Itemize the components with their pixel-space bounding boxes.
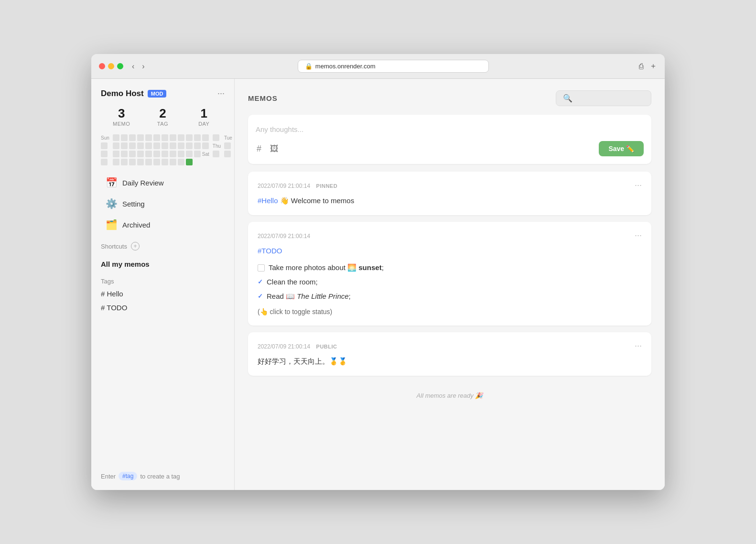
browser-window: ‹ › 🔒 memos.onrender.com ⎙ ＋ Demo Host M… [91, 54, 665, 490]
address-bar: 🔒 memos.onrender.com [153, 60, 633, 73]
cal-cell [186, 151, 193, 157]
cal-label-sat: Sat [202, 151, 211, 157]
memo-meta: 2022/07/09 21:00:14 PINNED ··· [258, 180, 642, 190]
tags-label: Tags [101, 278, 225, 285]
minimize-button[interactable] [108, 63, 114, 69]
tag-hint-suffix: to create a tag [140, 473, 180, 480]
stat-memo-label: MEMO [101, 121, 142, 127]
cal-cell [113, 159, 119, 165]
cal-cell [186, 142, 193, 149]
cal-cell [137, 142, 144, 149]
maximize-button[interactable] [117, 63, 123, 69]
shortcuts-header: Shortcuts + [101, 242, 225, 250]
memo-card-pinned: 2022/07/09 21:00:14 PINNED ··· #Hello 👋 … [248, 172, 651, 215]
memo-more-todo-button[interactable]: ··· [635, 230, 642, 240]
todo-text-1: Take more photos about 🌅 sunset; [269, 262, 384, 273]
cal-cell [145, 134, 152, 141]
save-button[interactable]: Save ✏️ [599, 141, 644, 156]
cal-cell [153, 151, 160, 157]
sidebar-item-archived[interactable]: 🗂️ Archived [101, 215, 225, 234]
checkmark-2: ✓ [258, 277, 263, 287]
cal-cell [170, 142, 176, 149]
memo-body-public: 好好学习，天天向上。🥇🥇 [258, 356, 642, 367]
cal-cell-active [186, 159, 193, 165]
cal-cell [162, 134, 168, 141]
cal-cell [194, 134, 201, 141]
compose-input[interactable]: Any thoughts... [256, 122, 644, 141]
hello-tag-link[interactable]: #Hello [258, 196, 278, 205]
cal-cell [162, 159, 168, 165]
add-shortcut-button[interactable]: + [131, 242, 140, 250]
todo-item-3[interactable]: ✓ Read 📖 The Little Prince; [258, 289, 642, 304]
sidebar-item-setting[interactable]: ⚙️ Setting [101, 194, 225, 213]
cal-cell [137, 151, 144, 157]
main-content: MEMOS 🔍 Any thoughts... # 🖼 Save ✏️ [235, 79, 665, 490]
page-title: MEMOS [248, 94, 278, 102]
cal-cell [129, 134, 136, 141]
stats-row: 3 MEMO 2 TAG 1 DAY [101, 106, 225, 127]
todo-checkbox-1[interactable] [258, 264, 265, 272]
memo-timestamp-todo: 2022/07/09 21:00:14 [258, 231, 310, 240]
calendar-grid: Sun Tue [101, 134, 225, 165]
todo-hint: (👆 click to toggle status) [258, 306, 642, 317]
cal-cell [194, 142, 201, 149]
cal-cell [137, 159, 144, 165]
cal-cell [202, 142, 209, 149]
cal-cell [178, 142, 184, 149]
new-tab-button[interactable]: ＋ [649, 61, 657, 71]
cal-cell [121, 134, 128, 141]
memo-more-public-button[interactable]: ··· [635, 341, 642, 351]
todo-text-3: Read 📖 The Little Prince; [267, 291, 351, 302]
cal-cell [153, 159, 160, 165]
memo-meta-public: 2022/07/09 21:00:14 PUBLIC ··· [258, 341, 642, 351]
memo-time: 2022/07/09 21:00:14 [258, 183, 310, 189]
archive-icon: 🗂️ [106, 219, 118, 230]
cal-cell [224, 151, 231, 157]
todo-tag-link[interactable]: #TODO [258, 247, 282, 255]
tag-hello[interactable]: # Hello [101, 289, 225, 299]
sidebar-header: Demo Host MOD ··· [101, 88, 225, 98]
tag-todo[interactable]: # TODO [101, 303, 225, 313]
nav-archived-label: Archived [122, 221, 150, 229]
tags-section: Tags # Hello # TODO [101, 278, 225, 313]
todo-text-2: Clean the room; [267, 276, 318, 288]
memo-more-button[interactable]: ··· [635, 180, 642, 190]
forward-button[interactable]: › [139, 61, 147, 72]
image-tool-button[interactable]: 🖼 [269, 143, 280, 155]
stat-tag-num: 2 [142, 106, 183, 121]
memo-time-public: 2022/07/09 21:00:14 [258, 343, 310, 350]
memo-badge-public: PUBLIC [316, 344, 337, 349]
brand-name: Demo Host [101, 89, 144, 98]
all-memos-link[interactable]: All my memos [101, 258, 225, 270]
tag-tool-button[interactable]: # [256, 143, 262, 155]
todo-item-1[interactable]: Take more photos about 🌅 sunset; [258, 261, 642, 275]
cal-cell [121, 159, 128, 165]
cal-cell [170, 151, 176, 157]
close-button[interactable] [99, 63, 105, 69]
traffic-lights [99, 63, 123, 69]
cal-cell [129, 151, 136, 157]
cal-cell [129, 142, 136, 149]
cal-cell [145, 159, 152, 165]
stat-memo-num: 3 [101, 106, 142, 121]
calendar-icon: 📅 [106, 177, 118, 188]
todo-item-2[interactable]: ✓ Clean the room; [258, 275, 642, 289]
cal-label-tue: Tue [224, 134, 234, 141]
compose-area: Any thoughts... # 🖼 Save ✏️ [248, 115, 651, 164]
more-options-button[interactable]: ··· [217, 88, 225, 98]
cal-label-sun: Sun [101, 134, 111, 141]
stat-tag: 2 TAG [142, 106, 183, 127]
cal-cell [162, 142, 168, 149]
memo-timestamp: 2022/07/09 21:00:14 PINNED [258, 181, 337, 190]
share-button[interactable]: ⎙ [639, 61, 644, 71]
nav-daily-review-label: Daily Review [122, 179, 164, 187]
cal-cell [213, 134, 219, 141]
back-button[interactable]: ‹ [129, 61, 137, 72]
memo-meta-todo: 2022/07/09 21:00:14 ··· [258, 230, 642, 240]
cal-cell [121, 151, 128, 157]
cal-cell [153, 134, 160, 141]
search-button[interactable]: 🔍 [556, 90, 651, 106]
cal-cell [178, 151, 184, 157]
sidebar-item-daily-review[interactable]: 📅 Daily Review [101, 173, 225, 192]
url-input[interactable]: 🔒 memos.onrender.com [298, 60, 489, 73]
